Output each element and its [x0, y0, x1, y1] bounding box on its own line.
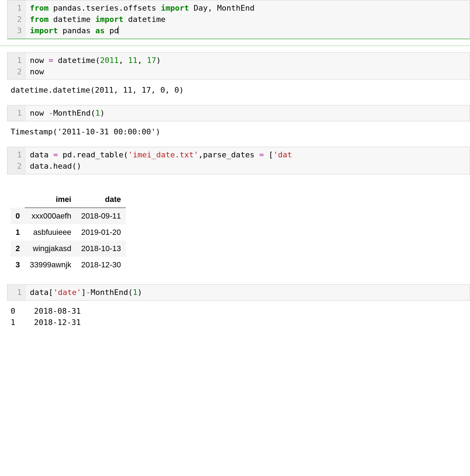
cell-value: 2018-10-13 [76, 240, 126, 257]
line-number: 1 [12, 149, 22, 161]
code-content[interactable]: from pandas.tseries.offsets import Day, … [25, 0, 470, 39]
code-input-area[interactable]: 123from pandas.tseries.offsets import Da… [7, 0, 470, 39]
row-index: 3 [11, 257, 25, 273]
code-cell: 1now -MonthEnd(1) [7, 105, 470, 121]
line-number: 2 [12, 161, 22, 172]
code-input-area[interactable]: 1data['date']-MonthEnd(1) [7, 284, 470, 301]
code-line[interactable]: data = pd.read_table('imei_date.txt',par… [30, 149, 465, 161]
dataframe-output: imeidate0xxx000aefh2018-09-111asbfuuieee… [11, 191, 126, 273]
code-line[interactable]: from datetime import datetime [30, 14, 465, 25]
table-row: 0xxx000aefh2018-09-11 [11, 208, 126, 224]
row-index: 0 [11, 208, 25, 224]
line-number-gutter: 1 [7, 285, 25, 300]
code-input-area[interactable]: 1now -MonthEnd(1) [7, 105, 470, 121]
line-number-gutter: 123 [7, 0, 25, 39]
line-number-gutter: 12 [7, 53, 25, 80]
text-cursor [118, 26, 119, 34]
code-line[interactable]: data.head() [30, 161, 465, 172]
cell-output: 0 2018-08-31 1 2018-12-31 [11, 306, 470, 328]
code-line[interactable]: import pandas as pd [30, 25, 465, 36]
code-cell: 12now = datetime(2011, 11, 17)now [7, 52, 470, 80]
line-number: 1 [12, 2, 22, 14]
cell-value: 2018-12-30 [76, 257, 126, 273]
cell-separator [0, 46, 470, 46]
code-content[interactable]: now -MonthEnd(1) [25, 105, 470, 121]
row-index: 1 [11, 224, 25, 240]
code-cell: 1data['date']-MonthEnd(1) [7, 284, 470, 301]
line-number: 2 [12, 66, 22, 77]
table-row: 2wingjakasd2018-10-13 [11, 240, 126, 257]
code-line[interactable]: now [30, 66, 465, 77]
column-header: date [76, 191, 126, 208]
line-number-gutter: 1 [7, 105, 25, 121]
code-cell: 12data = pd.read_table('imei_date.txt',p… [7, 147, 470, 174]
code-content[interactable]: data = pd.read_table('imei_date.txt',par… [25, 147, 470, 174]
code-content[interactable]: now = datetime(2011, 11, 17)now [25, 53, 470, 80]
row-index: 2 [11, 240, 25, 257]
code-cell: 123from pandas.tseries.offsets import Da… [7, 0, 470, 39]
cell-value: wingjakasd [25, 240, 76, 257]
cell-value: 2019-01-20 [76, 224, 126, 240]
code-input-area[interactable]: 12now = datetime(2011, 11, 17)now [7, 52, 470, 80]
cell-value: asbfuuieee [25, 224, 76, 240]
line-number-gutter: 12 [7, 147, 25, 174]
line-number: 3 [12, 25, 22, 36]
cell-value: 2018-09-11 [76, 208, 126, 224]
cell-output: datetime.datetime(2011, 11, 17, 0, 0) [11, 85, 470, 96]
code-line[interactable]: data['date']-MonthEnd(1) [30, 287, 465, 298]
cell-output: Timestamp('2011-10-31 00:00:00') [11, 126, 470, 138]
table-header-row: imeidate [11, 191, 126, 208]
code-line[interactable]: now = datetime(2011, 11, 17) [30, 55, 465, 66]
table-row: 333999awnjk2018-12-30 [11, 257, 126, 273]
table-corner [11, 191, 25, 208]
code-line[interactable]: now -MonthEnd(1) [30, 108, 465, 119]
table-row: 1asbfuuieee2019-01-20 [11, 224, 126, 240]
cell-value: xxx000aefh [25, 208, 76, 224]
line-number: 2 [12, 14, 22, 25]
code-content[interactable]: data['date']-MonthEnd(1) [25, 285, 470, 300]
column-header: imei [25, 191, 76, 208]
code-line[interactable]: from pandas.tseries.offsets import Day, … [30, 2, 465, 14]
code-input-area[interactable]: 12data = pd.read_table('imei_date.txt',p… [7, 147, 470, 174]
line-number: 1 [12, 108, 22, 119]
line-number: 1 [12, 55, 22, 66]
line-number: 1 [12, 287, 22, 298]
cell-value: 33999awnjk [25, 257, 76, 273]
